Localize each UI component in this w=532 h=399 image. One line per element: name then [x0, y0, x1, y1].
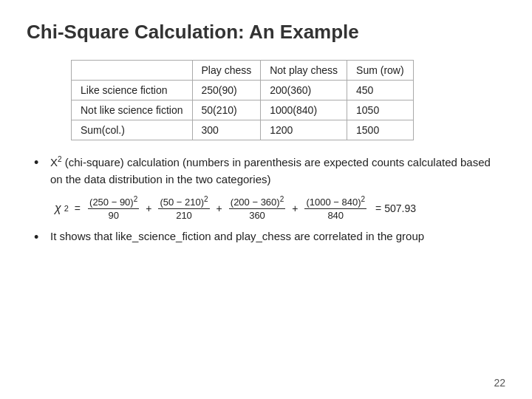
- bullet-2: • It shows that like_science_fiction and…: [34, 228, 505, 247]
- cell-notlike-notplay: 1000(840): [261, 100, 347, 120]
- frac-1-num: (250 − 90)2: [88, 195, 139, 209]
- chi-sup: 2: [64, 204, 69, 213]
- x-squared-label: X2: [50, 156, 62, 168]
- bullet-2-text: It shows that like_science_fiction and p…: [50, 228, 505, 245]
- bullet-1: • X2 (chi-square) calculation (numbers i…: [34, 154, 505, 188]
- cell-like-sum: 450: [347, 81, 414, 100]
- page-title: Chi-Square Calculation: An Example: [27, 21, 505, 44]
- bullet-dot-1: •: [34, 154, 47, 172]
- row-label-sumcol: Sum(col.): [72, 120, 193, 140]
- formula-result: = 507.93: [375, 202, 416, 214]
- plus-1: +: [146, 202, 151, 214]
- table-row: Not like science fiction 50(210) 1000(84…: [72, 100, 414, 120]
- bullet-1-text: X2 (chi-square) calculation (numbers in …: [50, 154, 505, 188]
- cell-sumcol-sum: 1500: [347, 120, 414, 140]
- frac-3-den: 360: [248, 209, 267, 221]
- row-label-notlike-science: Not like science fiction: [72, 100, 193, 120]
- row-label-like-science: Like science fiction: [72, 81, 193, 100]
- chi-lhs: χ: [55, 202, 61, 215]
- frac-3: (200 − 360)2 360: [229, 195, 285, 221]
- table-row: Like science fiction 250(90) 200(360) 45…: [72, 81, 414, 100]
- cell-like-notplay: 200(360): [261, 81, 347, 100]
- frac-4: (1000 − 840)2 840: [304, 195, 366, 221]
- equals-sign: =: [75, 202, 81, 214]
- chi-square-table: Play chess Not play chess Sum (row) Like…: [71, 60, 505, 140]
- col-header-empty: [72, 61, 193, 81]
- bullet-1-content: (chi-square) calculation (numbers in par…: [50, 156, 491, 185]
- col-header-not-play-chess: Not play chess: [261, 61, 347, 81]
- formula-section: χ 2 = (250 − 90)2 90 + (50 − 210)2 210 +…: [55, 195, 505, 221]
- plus-3: +: [292, 202, 298, 214]
- table-row: Sum(col.) 300 1200 1500: [72, 120, 414, 140]
- plus-2: +: [216, 202, 222, 214]
- frac-4-num: (1000 − 840)2: [304, 195, 366, 209]
- frac-3-num: (200 − 360)2: [229, 195, 285, 209]
- col-header-play-chess: Play chess: [192, 61, 261, 81]
- frac-1: (250 − 90)2 90: [88, 195, 139, 221]
- frac-2-den: 210: [174, 209, 194, 221]
- frac-1-den: 90: [106, 209, 120, 221]
- bullet-dot-2: •: [34, 228, 47, 247]
- table-header-row: Play chess Not play chess Sum (row): [72, 61, 414, 81]
- cell-sumcol-notplay: 1200: [261, 120, 347, 140]
- cell-sumcol-play: 300: [192, 120, 261, 140]
- page-number: 22: [494, 377, 505, 389]
- cell-like-play: 250(90): [192, 81, 261, 100]
- cell-notlike-sum: 1050: [347, 100, 414, 120]
- frac-2: (50 − 210)2 210: [158, 195, 209, 221]
- col-header-sum-row: Sum (row): [347, 61, 414, 81]
- formula-row: χ 2 = (250 − 90)2 90 + (50 − 210)2 210 +…: [55, 195, 505, 221]
- cell-notlike-play: 50(210): [192, 100, 261, 120]
- frac-4-den: 840: [326, 209, 345, 221]
- frac-2-num: (50 − 210)2: [158, 195, 209, 209]
